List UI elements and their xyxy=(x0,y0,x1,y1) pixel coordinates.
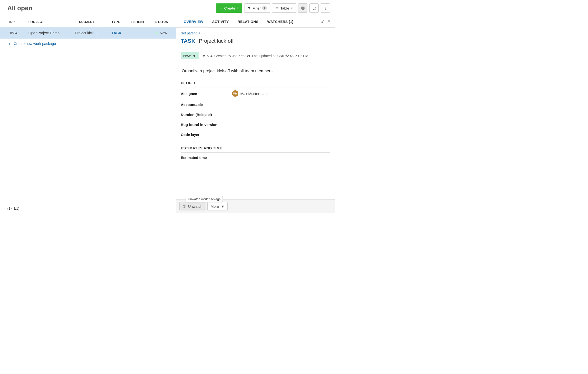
filter-button[interactable]: Filter 1 xyxy=(244,3,270,13)
unwatch-tooltip: Unwatch work package xyxy=(186,196,223,202)
avatar: MM xyxy=(232,90,238,97)
filter-button-label: Filter xyxy=(252,6,261,10)
plus-icon: ＋ xyxy=(7,42,12,46)
hierarchy-icon xyxy=(75,20,79,24)
more-button[interactable]: More ▼ xyxy=(207,202,228,210)
svg-point-6 xyxy=(184,206,185,207)
expand-panel-icon[interactable] xyxy=(321,20,325,24)
accountable-label: Accountable xyxy=(181,103,232,107)
funnel-icon xyxy=(247,6,251,10)
more-label: More xyxy=(210,204,219,208)
set-parent-label: Set parent xyxy=(181,31,197,35)
kebab-menu-button[interactable] xyxy=(321,3,330,13)
create-work-package-label: Create new work package xyxy=(14,42,56,46)
field-accountable[interactable]: Accountable - xyxy=(181,100,330,110)
cell-id: 1684 xyxy=(0,27,26,39)
section-estimates-heading: ESTIMATES AND TIME xyxy=(181,146,330,153)
svg-point-5 xyxy=(325,9,326,10)
field-estimated-time[interactable]: Estimated time - xyxy=(181,153,330,163)
fullscreen-button[interactable] xyxy=(309,3,319,13)
plus-icon: ＋ xyxy=(198,31,201,35)
col-status[interactable]: STATUS xyxy=(152,16,176,27)
plus-icon xyxy=(219,6,223,10)
chevron-down-icon: ▼ xyxy=(221,204,225,208)
bug-version-label: Bug found in version xyxy=(181,123,232,127)
cell-project: OpenProject Demo xyxy=(26,27,72,39)
create-work-package-link[interactable]: ＋ Create new work package xyxy=(0,39,176,49)
work-package-type[interactable]: TASK xyxy=(181,38,195,44)
field-bug-version[interactable]: Bug found in version - xyxy=(181,120,330,130)
pagination-text: (1 - 1/1) xyxy=(7,206,19,210)
col-subject-label: SUBJECT xyxy=(79,20,94,24)
code-layer-value: - xyxy=(232,133,233,137)
chevron-down-icon: ▼ xyxy=(291,7,293,10)
chevron-down-icon: ▼ xyxy=(237,7,239,10)
tab-relations[interactable]: RELATIONS xyxy=(233,16,263,27)
info-button[interactable] xyxy=(298,3,307,13)
status-dot-icon xyxy=(155,32,158,34)
tab-overview[interactable]: OVERVIEW xyxy=(179,16,208,27)
sort-asc-icon: ↑ xyxy=(14,20,15,24)
chevron-down-icon: ▼ xyxy=(192,54,196,58)
col-id-label: ID xyxy=(9,20,13,24)
page-title: All open xyxy=(7,4,216,12)
field-kunden[interactable]: Kunden (Beispiel) - xyxy=(181,110,330,120)
create-button-label: Create xyxy=(224,6,235,10)
col-id[interactable]: ID↑ xyxy=(0,16,26,27)
view-mode-label: Table xyxy=(280,6,289,10)
view-mode-button[interactable]: Table ▼ xyxy=(272,3,296,13)
create-button[interactable]: Create ▼ xyxy=(216,3,242,13)
list-icon xyxy=(275,6,279,10)
bug-version-value: - xyxy=(232,123,233,127)
kunden-label: Kunden (Beispiel) xyxy=(181,113,232,117)
set-parent-link[interactable]: Set parent ＋ xyxy=(181,31,201,35)
field-code-layer[interactable]: Code layer - xyxy=(181,130,330,140)
section-people-heading: PEOPLE xyxy=(181,81,330,87)
kunden-value: - xyxy=(232,113,233,117)
unwatch-label: Unwatch xyxy=(188,204,202,208)
work-package-table: ID↑ PROJECT SUBJECT TYPE PARENT STATUS 1… xyxy=(0,16,176,39)
work-package-title[interactable]: Project kick off xyxy=(199,38,234,44)
estimated-time-value: - xyxy=(232,156,233,160)
assignee-name: Max Mustermann xyxy=(240,92,269,96)
assignee-label: Assignee xyxy=(181,92,232,96)
work-package-meta: #1684: Created by Jan Keppler. Last upda… xyxy=(203,54,309,58)
col-type[interactable]: TYPE xyxy=(109,16,128,27)
svg-rect-1 xyxy=(303,8,303,9)
col-project[interactable]: PROJECT xyxy=(26,16,72,27)
tab-watchers[interactable]: WATCHERS (1) xyxy=(263,16,298,27)
col-subject[interactable]: SUBJECT xyxy=(72,16,109,27)
table-header-row: ID↑ PROJECT SUBJECT TYPE PARENT STATUS xyxy=(0,16,176,27)
tab-activity[interactable]: ACTIVITY xyxy=(208,16,233,27)
svg-rect-2 xyxy=(303,7,303,7)
table-row[interactable]: 1684 OpenProject Demo Project kick … TAS… xyxy=(0,27,176,39)
cell-subject: Project kick … xyxy=(72,27,109,39)
expand-icon xyxy=(312,6,316,10)
estimated-time-label: Estimated time xyxy=(181,156,232,160)
svg-point-4 xyxy=(325,8,326,9)
status-dropdown[interactable]: New ▼ xyxy=(181,52,199,59)
work-package-description[interactable]: Organize a project kick-off with all tea… xyxy=(182,69,329,74)
kebab-icon xyxy=(324,6,327,10)
filter-count-badge: 1 xyxy=(262,6,267,11)
accountable-value: - xyxy=(232,103,233,107)
code-layer-label: Code layer xyxy=(181,133,232,137)
status-dropdown-label: New xyxy=(183,54,190,58)
col-parent[interactable]: PARENT xyxy=(129,16,152,27)
svg-point-3 xyxy=(325,7,326,7)
cell-parent: - xyxy=(129,27,152,39)
detail-tabs: OVERVIEW ACTIVITY RELATIONS WATCHERS (1) xyxy=(176,16,335,28)
unwatch-button[interactable]: Unwatch xyxy=(179,202,205,210)
close-panel-icon[interactable] xyxy=(327,20,331,24)
field-assignee[interactable]: Assignee MM Max Mustermann xyxy=(181,87,330,100)
cell-status: New xyxy=(152,27,176,39)
cell-type: TASK xyxy=(109,27,128,39)
eye-icon xyxy=(182,204,186,208)
info-icon xyxy=(301,6,305,10)
